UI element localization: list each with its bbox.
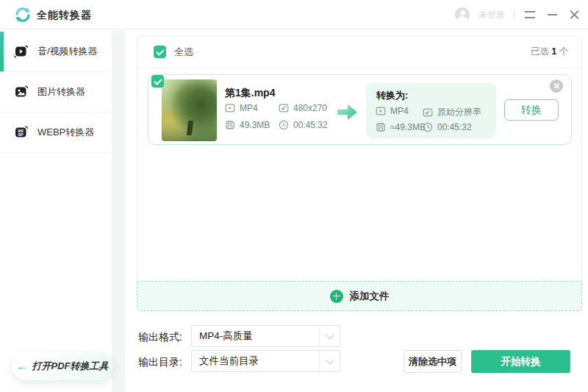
sidebar-item-label: WEBP转换器 (37, 126, 94, 139)
sidebar-item-label: 音/视频转换器 (37, 45, 98, 58)
avatar[interactable] (455, 7, 470, 22)
plus-icon (330, 290, 343, 303)
file-checkbox[interactable] (151, 75, 164, 88)
app-logo-icon (13, 5, 32, 24)
target-format: MP4 (376, 106, 409, 116)
open-pdf-tool-label: 打开PDF转换工具 (32, 360, 109, 373)
chevron-down-icon (326, 356, 334, 364)
hamburger-icon (525, 11, 535, 18)
add-files-button[interactable]: 添加文件 (137, 281, 582, 311)
close-button[interactable] (567, 8, 581, 21)
clear-selected-button[interactable]: 清除选中项 (404, 350, 462, 373)
select-all-checkbox[interactable] (154, 46, 166, 58)
convert-arrow-icon (337, 104, 357, 120)
chevron-down-icon (326, 331, 334, 339)
dropdown-caret-box (319, 351, 340, 371)
sidebar-gutter (112, 30, 125, 392)
format-icon (376, 106, 386, 116)
app-title: 全能转换器 (37, 9, 92, 22)
source-size: 49.3MB (225, 120, 270, 130)
resolution-icon (279, 103, 289, 113)
video-converter-icon (14, 44, 29, 59)
webp-converter-icon: WE BP (14, 125, 29, 140)
add-files-label: 添加文件 (350, 290, 390, 303)
convert-button[interactable]: 转换 (504, 99, 559, 121)
source-resolution: 480x270 (279, 103, 327, 113)
close-icon (570, 10, 579, 20)
open-pdf-tool-button[interactable]: ← 打开PDF转换工具 (12, 352, 113, 380)
video-thumbnail (162, 79, 217, 141)
select-all-label: 全选 (174, 46, 193, 59)
resolution-icon (423, 107, 433, 118)
titlebar-divider (514, 10, 514, 20)
minimize-button[interactable] (545, 8, 559, 21)
file-size-icon (376, 122, 386, 132)
convert-to-label: 转换为: (376, 89, 408, 102)
menu-button[interactable] (523, 8, 537, 21)
source-duration: 00:45:32 (279, 120, 328, 130)
target-duration: 00:45:32 (423, 122, 472, 132)
output-format-value: MP4-高质量 (192, 329, 319, 343)
output-dir-value: 文件当前目录 (192, 354, 319, 368)
list-header: 全选 已选1个 (137, 36, 581, 68)
output-dir-label: 输出目录: (138, 356, 182, 369)
duration-icon (423, 122, 433, 132)
file-name: 第1集.mp4 (225, 87, 275, 100)
minimize-icon (548, 14, 557, 15)
target-size: ≈49.3MB (376, 122, 426, 132)
output-format-label: 输出格式: (138, 331, 182, 344)
sidebar-item-image-converter[interactable]: 图片转换器 (0, 72, 112, 113)
sidebar: 音/视频转换器 图片转换器 WE BP WEBP转换器 (0, 30, 112, 392)
selected-count: 1 (549, 46, 559, 57)
sidebar-item-webp-converter[interactable]: WE BP WEBP转换器 (0, 113, 112, 153)
source-format: MP4 (225, 103, 258, 113)
titlebar: 全能转换器 未登录 (0, 0, 588, 29)
output-dir-select[interactable]: 文件当前目录 (191, 350, 340, 372)
format-icon (225, 103, 235, 113)
file-size-icon (225, 120, 235, 130)
selected-count-text: 已选1个 (531, 46, 568, 58)
converter-panel: 全选 已选1个 第1集.mp4 MP4 480x270 49.3MB 00:45… (137, 35, 582, 311)
login-status[interactable]: 未登录 (478, 9, 505, 21)
file-card[interactable]: 第1集.mp4 MP4 480x270 49.3MB 00:45:32 转换为:… (148, 74, 572, 145)
duration-icon (279, 120, 289, 130)
svg-text:BP: BP (18, 132, 24, 137)
image-converter-icon (14, 85, 29, 99)
sidebar-item-av-converter[interactable]: 音/视频转换器 (0, 32, 112, 72)
left-arrow-icon: ← (17, 360, 28, 372)
target-resolution: 原始分辨率 (423, 106, 481, 118)
target-info-panel: 转换为: MP4 原始分辨率 ≈49.3MB 00:45:32 (366, 83, 496, 138)
dropdown-caret-box (319, 326, 340, 346)
remove-file-button[interactable] (550, 79, 563, 93)
sidebar-item-label: 图片转换器 (37, 85, 85, 99)
start-convert-button[interactable]: 开始转换 (471, 350, 570, 373)
output-format-select[interactable]: MP4-高质量 (191, 325, 340, 347)
